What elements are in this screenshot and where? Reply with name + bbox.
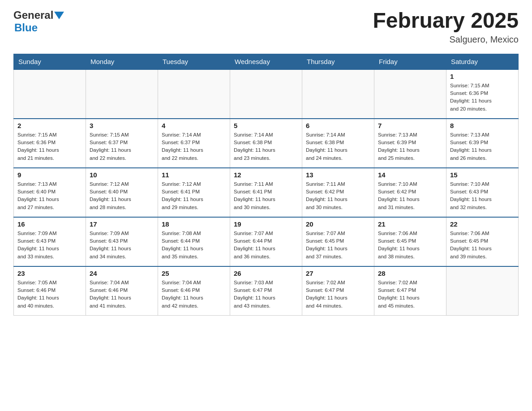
- calendar-cell: 28Sunrise: 7:02 AM Sunset: 6:47 PM Dayli…: [374, 266, 446, 316]
- day-info: Sunrise: 7:15 AM Sunset: 6:36 PM Dayligh…: [450, 82, 515, 113]
- calendar-cell: [14, 69, 86, 119]
- day-number: 28: [378, 270, 442, 277]
- calendar-cell: [230, 69, 302, 119]
- calendar-cell: 22Sunrise: 7:06 AM Sunset: 6:45 PM Dayli…: [446, 217, 519, 266]
- calendar-subtitle: Salguero, Mexico: [373, 34, 519, 45]
- day-number: 16: [17, 220, 82, 228]
- day-info: Sunrise: 7:05 AM Sunset: 6:46 PM Dayligh…: [17, 279, 82, 310]
- day-info: Sunrise: 7:09 AM Sunset: 6:43 PM Dayligh…: [90, 230, 154, 261]
- day-info: Sunrise: 7:14 AM Sunset: 6:37 PM Dayligh…: [162, 131, 226, 162]
- calendar-cell: 21Sunrise: 7:06 AM Sunset: 6:45 PM Dayli…: [374, 217, 446, 266]
- day-number: 20: [306, 220, 370, 228]
- day-info: Sunrise: 7:15 AM Sunset: 6:36 PM Dayligh…: [17, 131, 82, 162]
- day-info: Sunrise: 7:07 AM Sunset: 6:44 PM Dayligh…: [234, 230, 298, 261]
- calendar-cell: 27Sunrise: 7:02 AM Sunset: 6:47 PM Dayli…: [302, 266, 374, 316]
- day-number: 1: [450, 73, 515, 80]
- day-info: Sunrise: 7:02 AM Sunset: 6:47 PM Dayligh…: [378, 279, 442, 310]
- calendar-table: SundayMondayTuesdayWednesdayThursdayFrid…: [13, 54, 519, 316]
- day-info: Sunrise: 7:06 AM Sunset: 6:45 PM Dayligh…: [378, 230, 442, 261]
- calendar-cell: 4Sunrise: 7:14 AM Sunset: 6:37 PM Daylig…: [158, 119, 230, 168]
- logo-triangle-icon: [54, 12, 64, 19]
- calendar-cell: 2Sunrise: 7:15 AM Sunset: 6:36 PM Daylig…: [14, 119, 86, 168]
- day-number: 27: [306, 270, 370, 277]
- day-number: 22: [450, 220, 515, 228]
- day-number: 12: [234, 171, 298, 179]
- day-number: 23: [17, 270, 82, 277]
- day-number: 7: [378, 122, 442, 129]
- day-info: Sunrise: 7:07 AM Sunset: 6:45 PM Dayligh…: [306, 230, 370, 261]
- page-header: General Blue February 2025 Salguero, Mex…: [13, 9, 519, 45]
- calendar-cell: 11Sunrise: 7:12 AM Sunset: 6:41 PM Dayli…: [158, 168, 230, 217]
- day-info: Sunrise: 7:08 AM Sunset: 6:44 PM Dayligh…: [162, 230, 226, 261]
- weekday-header-friday: Friday: [374, 54, 446, 69]
- calendar-week-2: 2Sunrise: 7:15 AM Sunset: 6:36 PM Daylig…: [14, 119, 519, 168]
- day-info: Sunrise: 7:11 AM Sunset: 6:42 PM Dayligh…: [306, 180, 370, 211]
- day-number: 10: [90, 171, 154, 179]
- calendar-cell: 6Sunrise: 7:14 AM Sunset: 6:38 PM Daylig…: [302, 119, 374, 168]
- weekday-header-monday: Monday: [86, 54, 158, 69]
- calendar-cell: [446, 266, 519, 316]
- day-info: Sunrise: 7:09 AM Sunset: 6:43 PM Dayligh…: [17, 230, 82, 261]
- day-number: 3: [90, 122, 154, 129]
- day-number: 24: [90, 270, 154, 277]
- weekday-header-sunday: Sunday: [14, 54, 86, 69]
- day-number: 13: [306, 171, 370, 179]
- calendar-cell: 7Sunrise: 7:13 AM Sunset: 6:39 PM Daylig…: [374, 119, 446, 168]
- weekday-header-thursday: Thursday: [302, 54, 374, 69]
- calendar-cell: 9Sunrise: 7:13 AM Sunset: 6:40 PM Daylig…: [14, 168, 86, 217]
- calendar-cell: 3Sunrise: 7:15 AM Sunset: 6:37 PM Daylig…: [86, 119, 158, 168]
- logo-general-text: General: [13, 9, 53, 21]
- calendar-cell: 26Sunrise: 7:03 AM Sunset: 6:47 PM Dayli…: [230, 266, 302, 316]
- day-info: Sunrise: 7:13 AM Sunset: 6:40 PM Dayligh…: [17, 180, 82, 211]
- calendar-title: February 2025: [373, 9, 519, 33]
- day-info: Sunrise: 7:13 AM Sunset: 6:39 PM Dayligh…: [378, 131, 442, 162]
- day-info: Sunrise: 7:12 AM Sunset: 6:41 PM Dayligh…: [162, 180, 226, 211]
- calendar-cell: 23Sunrise: 7:05 AM Sunset: 6:46 PM Dayli…: [14, 266, 86, 316]
- day-info: Sunrise: 7:14 AM Sunset: 6:38 PM Dayligh…: [234, 131, 298, 162]
- calendar-cell: 19Sunrise: 7:07 AM Sunset: 6:44 PM Dayli…: [230, 217, 302, 266]
- day-info: Sunrise: 7:04 AM Sunset: 6:46 PM Dayligh…: [90, 279, 154, 310]
- day-number: 9: [17, 171, 82, 179]
- calendar-cell: 25Sunrise: 7:04 AM Sunset: 6:46 PM Dayli…: [158, 266, 230, 316]
- calendar-cell: [158, 69, 230, 119]
- weekday-header-tuesday: Tuesday: [158, 54, 230, 69]
- calendar-cell: 14Sunrise: 7:10 AM Sunset: 6:42 PM Dayli…: [374, 168, 446, 217]
- calendar-cell: 1Sunrise: 7:15 AM Sunset: 6:36 PM Daylig…: [446, 69, 519, 119]
- day-info: Sunrise: 7:12 AM Sunset: 6:40 PM Dayligh…: [90, 180, 154, 211]
- day-info: Sunrise: 7:14 AM Sunset: 6:38 PM Dayligh…: [306, 131, 370, 162]
- day-info: Sunrise: 7:10 AM Sunset: 6:42 PM Dayligh…: [378, 180, 442, 211]
- day-number: 4: [162, 122, 226, 129]
- calendar-cell: 12Sunrise: 7:11 AM Sunset: 6:41 PM Dayli…: [230, 168, 302, 217]
- day-info: Sunrise: 7:04 AM Sunset: 6:46 PM Dayligh…: [162, 279, 226, 310]
- calendar-week-3: 9Sunrise: 7:13 AM Sunset: 6:40 PM Daylig…: [14, 168, 519, 217]
- calendar-cell: 20Sunrise: 7:07 AM Sunset: 6:45 PM Dayli…: [302, 217, 374, 266]
- day-number: 17: [90, 220, 154, 228]
- day-info: Sunrise: 7:15 AM Sunset: 6:37 PM Dayligh…: [90, 131, 154, 162]
- day-number: 2: [17, 122, 82, 129]
- calendar-cell: 10Sunrise: 7:12 AM Sunset: 6:40 PM Dayli…: [86, 168, 158, 217]
- calendar-cell: [86, 69, 158, 119]
- day-number: 19: [234, 220, 298, 228]
- day-info: Sunrise: 7:11 AM Sunset: 6:41 PM Dayligh…: [234, 180, 298, 211]
- day-info: Sunrise: 7:06 AM Sunset: 6:45 PM Dayligh…: [450, 230, 515, 261]
- calendar-week-4: 16Sunrise: 7:09 AM Sunset: 6:43 PM Dayli…: [14, 217, 519, 266]
- calendar-cell: [302, 69, 374, 119]
- day-number: 21: [378, 220, 442, 228]
- day-number: 6: [306, 122, 370, 129]
- calendar-cell: 17Sunrise: 7:09 AM Sunset: 6:43 PM Dayli…: [86, 217, 158, 266]
- calendar-cell: 18Sunrise: 7:08 AM Sunset: 6:44 PM Dayli…: [158, 217, 230, 266]
- day-info: Sunrise: 7:03 AM Sunset: 6:47 PM Dayligh…: [234, 279, 298, 310]
- day-number: 15: [450, 171, 515, 179]
- calendar-cell: 13Sunrise: 7:11 AM Sunset: 6:42 PM Dayli…: [302, 168, 374, 217]
- title-area: February 2025 Salguero, Mexico: [373, 9, 519, 45]
- day-number: 11: [162, 171, 226, 179]
- logo: General Blue: [13, 9, 64, 34]
- calendar-week-5: 23Sunrise: 7:05 AM Sunset: 6:46 PM Dayli…: [14, 266, 519, 316]
- calendar-cell: 16Sunrise: 7:09 AM Sunset: 6:43 PM Dayli…: [14, 217, 86, 266]
- calendar-header: SundayMondayTuesdayWednesdayThursdayFrid…: [14, 54, 519, 69]
- calendar-cell: 24Sunrise: 7:04 AM Sunset: 6:46 PM Dayli…: [86, 266, 158, 316]
- calendar-week-1: 1Sunrise: 7:15 AM Sunset: 6:36 PM Daylig…: [14, 69, 519, 119]
- day-number: 26: [234, 270, 298, 277]
- day-number: 5: [234, 122, 298, 129]
- calendar-cell: [374, 69, 446, 119]
